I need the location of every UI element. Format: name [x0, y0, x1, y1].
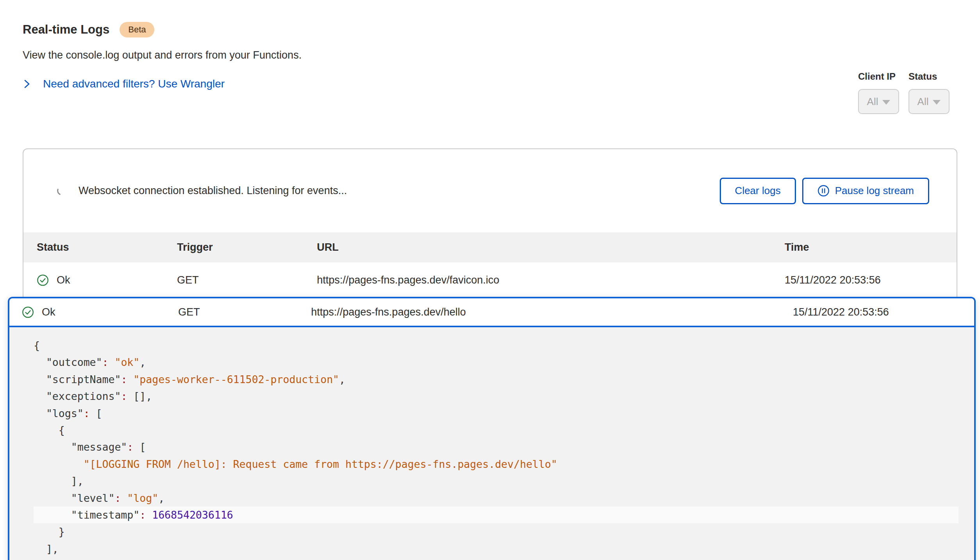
time-cell: 15/11/2022 20:53:56	[785, 274, 957, 286]
page-title: Real-time Logs	[23, 23, 109, 37]
trigger-cell: GET	[177, 274, 317, 286]
check-circle-icon	[37, 274, 49, 286]
json-code-line: }	[34, 523, 959, 540]
column-header-trigger: Trigger	[177, 241, 317, 253]
json-code-line: ],	[34, 540, 959, 557]
status-cell: Ok	[22, 306, 178, 318]
beta-badge: Beta	[120, 22, 154, 37]
json-code-line: "outcome": "ok",	[34, 354, 959, 371]
expanded-log-entry: Ok GET https://pages-fns.pages.dev/hello…	[8, 297, 976, 560]
table-header: Status Trigger URL Time	[23, 232, 957, 262]
url-cell: https://pages-fns.pages.dev/favicon.ico	[317, 274, 785, 286]
connection-message: Websocket connection established. Listen…	[79, 185, 347, 197]
client-ip-dropdown[interactable]: All	[858, 89, 899, 114]
status-cell: Ok	[37, 274, 177, 286]
chevron-right-icon	[23, 79, 31, 89]
json-code-line: ],	[34, 473, 959, 489]
wrangler-link-label: Need advanced filters? Use Wrangler	[43, 78, 225, 90]
trigger-cell: GET	[178, 306, 311, 318]
json-code-line: {	[34, 337, 959, 354]
json-code-line: "message": [	[34, 439, 959, 455]
client-ip-label: Client IP	[858, 71, 899, 82]
json-code-line: "level": "log",	[34, 490, 959, 506]
json-code-line: {	[34, 422, 959, 439]
column-header-time: Time	[785, 241, 957, 253]
status-filter-label: Status	[908, 71, 950, 82]
filters: Client IP All Status All	[858, 71, 950, 114]
json-code-line: "timestamp": 1668542036116	[34, 506, 959, 523]
status-value: Ok	[42, 306, 55, 318]
pause-log-stream-button[interactable]: Pause log stream	[802, 178, 929, 204]
caret-down-icon	[933, 100, 941, 105]
status-filter-value: All	[917, 96, 929, 108]
table-row-expanded[interactable]: Ok GET https://pages-fns.pages.dev/hello…	[9, 298, 974, 327]
status-value: Ok	[57, 274, 70, 286]
page-subtitle: View the console.log output and errors f…	[23, 49, 302, 61]
logs-toolbar: Websocket connection established. Listen…	[23, 149, 957, 232]
clear-logs-button[interactable]: Clear logs	[720, 178, 796, 204]
log-detail-json: { "outcome": "ok", "scriptName": "pages-…	[9, 327, 974, 557]
json-code-block: { "outcome": "ok", "scriptName": "pages-…	[34, 337, 959, 557]
client-ip-filter: Client IP All	[858, 71, 899, 114]
json-code-line: "exceptions": [],	[34, 388, 959, 405]
url-cell: https://pages-fns.pages.dev/hello	[311, 306, 793, 318]
toolbar-actions: Clear logs Pause log stream	[720, 178, 929, 204]
spinner-icon	[56, 185, 67, 196]
check-circle-icon	[22, 306, 34, 318]
time-cell: 15/11/2022 20:53:56	[793, 306, 974, 318]
column-header-url: URL	[317, 241, 785, 253]
caret-down-icon	[882, 100, 890, 105]
table-row[interactable]: Ok GET https://pages-fns.pages.dev/favic…	[23, 262, 957, 298]
client-ip-value: All	[867, 96, 878, 108]
logs-card: Websocket connection established. Listen…	[23, 148, 957, 298]
json-code-line: "scriptName": "pages-worker--611502-prod…	[34, 371, 959, 388]
status-dropdown[interactable]: All	[908, 89, 950, 114]
pause-circle-icon	[817, 185, 830, 197]
json-code-line: "logs": [	[34, 405, 959, 422]
json-code-line: "[LOGGING FROM /hello]: Request came fro…	[34, 456, 959, 473]
wrangler-link[interactable]: Need advanced filters? Use Wrangler	[23, 78, 302, 90]
page-header: Real-time Logs Beta View the console.log…	[23, 22, 302, 90]
connection-status: Websocket connection established. Listen…	[56, 185, 347, 197]
column-header-status: Status	[37, 241, 177, 253]
status-filter: Status All	[908, 71, 950, 114]
